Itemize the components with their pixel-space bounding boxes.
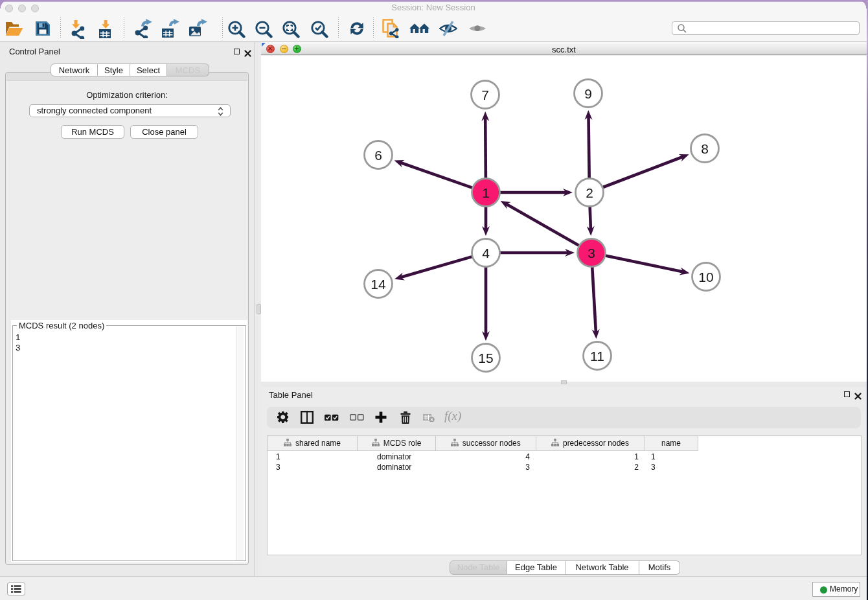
svg-text:9: 9 bbox=[584, 86, 592, 101]
svg-text:11: 11 bbox=[590, 349, 604, 363]
svg-text:2: 2 bbox=[586, 185, 593, 200]
svg-text:6: 6 bbox=[374, 148, 382, 163]
svg-text:8: 8 bbox=[701, 141, 709, 156]
svg-text:10: 10 bbox=[698, 270, 713, 284]
svg-text:3: 3 bbox=[588, 246, 595, 260]
svg-text:15: 15 bbox=[478, 351, 493, 365]
svg-text:14: 14 bbox=[371, 277, 386, 292]
svg-text:4: 4 bbox=[482, 246, 490, 260]
svg-text:1: 1 bbox=[482, 185, 490, 200]
svg-text:7: 7 bbox=[481, 87, 489, 102]
